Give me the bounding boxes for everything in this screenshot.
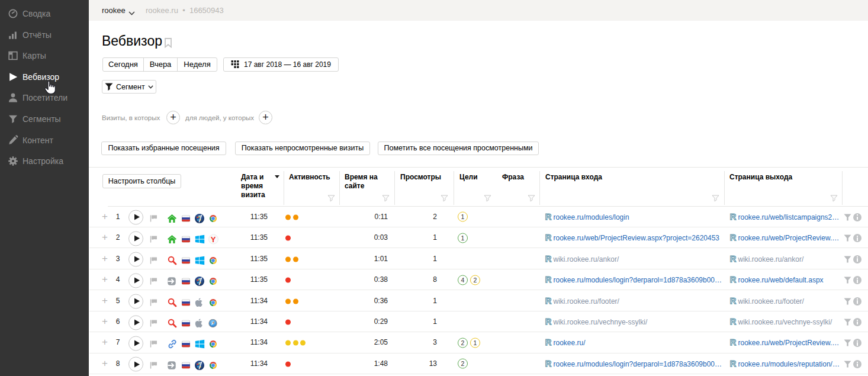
svg-text:R: R: [730, 212, 737, 221]
svg-text:R: R: [730, 317, 737, 326]
svg-text:R: R: [545, 254, 552, 263]
svg-text:R: R: [730, 233, 737, 242]
svg-text:R: R: [545, 296, 552, 306]
svg-text:R: R: [730, 254, 737, 263]
svg-text:R: R: [545, 338, 552, 347]
svg-text:R: R: [730, 275, 737, 284]
svg-text:R: R: [730, 338, 737, 347]
svg-text:R: R: [545, 359, 552, 368]
svg-text:R: R: [545, 317, 552, 326]
svg-text:R: R: [545, 212, 552, 221]
svg-text:R: R: [730, 359, 737, 368]
svg-text:R: R: [545, 275, 552, 284]
svg-text:R: R: [545, 233, 552, 242]
svg-text:R: R: [730, 296, 737, 306]
